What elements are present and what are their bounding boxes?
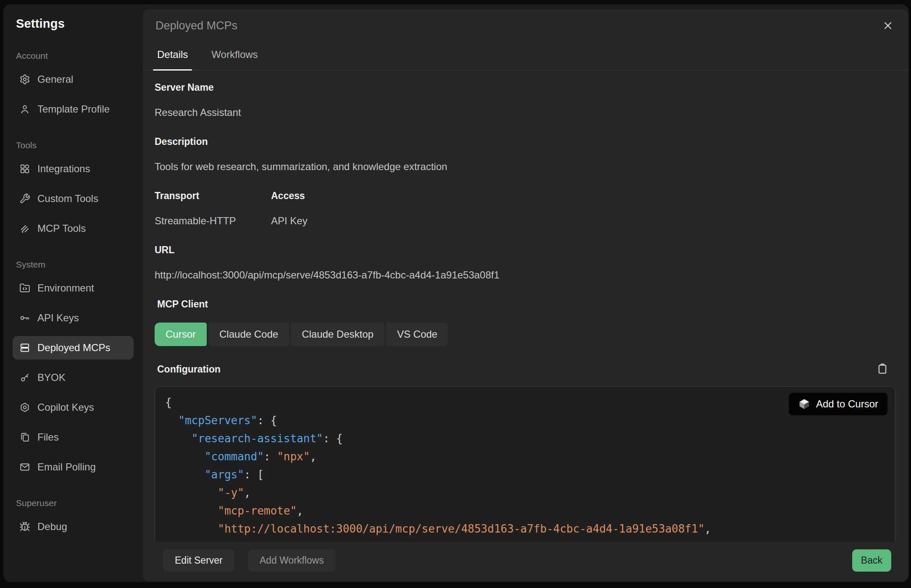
sidebar-item-label: Integrations [37,163,90,175]
close-button[interactable] [880,18,895,33]
sidebar-item-byok[interactable]: BYOK [13,366,134,389]
sidebar-item-environment[interactable]: Environment [13,276,134,300]
access-value: API Key [271,215,308,227]
sidebar-item-label: API Keys [37,312,79,324]
sidebar-item-template-profile[interactable]: Template Profile [13,97,134,121]
client-button-claude-desktop[interactable]: Claude Desktop [291,323,384,346]
sidebar-item-deployed-mcps[interactable]: Deployed MCPs [13,336,134,360]
section-label-tools: Tools [16,140,134,150]
bug-icon [19,521,30,532]
blocks-icon [19,163,30,174]
sidebar-item-label: Deployed MCPs [37,342,110,354]
configuration-header: Configuration [155,362,895,376]
screen-background: Settings Account General Template Profil… [0,0,911,588]
client-button-cursor[interactable]: Cursor [155,323,207,346]
gear-icon [19,74,30,85]
description-value: Tools for web research, summarization, a… [155,161,895,173]
footer-actions: Edit Server Add Workflows Back [143,542,908,581]
add-to-cursor-button[interactable]: Add to Cursor [789,393,887,415]
sidebar-item-label: BYOK [37,372,66,383]
section-label-system: System [16,260,134,270]
sidebar-item-label: Custom Tools [37,193,98,205]
sidebar-item-email-polling[interactable]: Email Polling [13,455,134,479]
add-workflows-button[interactable]: Add Workflows [248,549,336,572]
sidebar-item-label: Environment [37,282,94,294]
folder-code-icon [19,283,30,294]
sidebar-item-files[interactable]: Files [13,425,134,449]
settings-sidebar: Settings Account General Template Profil… [3,4,143,582]
sidebar-item-integrations[interactable]: Integrations [13,157,134,181]
server-icon [19,342,30,353]
sidebar-item-label: Debug [37,521,67,533]
wrench-icon [19,193,30,204]
mcp-client-switcher: Cursor Claude Code Claude Desktop VS Cod… [155,323,895,346]
key-icon [19,312,30,323]
user-icon [19,104,30,115]
mcp-client-label: MCP Client [157,299,895,310]
section-label-superuser: Superuser [16,498,134,508]
transport-value: Streamable-HTTP [155,215,271,227]
tab-details[interactable]: Details [155,46,190,70]
content-header: Deployed MCPs [143,9,908,36]
sidebar-item-general[interactable]: General [13,68,134,91]
server-name-label: Server Name [155,82,895,93]
content-panel: Deployed MCPs Details Workflows Server N… [143,9,908,581]
edit-server-button[interactable]: Edit Server [163,549,234,572]
sidebar-item-api-keys[interactable]: API Keys [13,306,134,330]
sidebar-item-label: General [37,74,73,85]
clipboard-icon [876,362,889,375]
tab-workflows[interactable]: Workflows [210,46,259,70]
sidebar-item-label: Copilot Keys [37,402,94,413]
transport-label: Transport [155,190,271,202]
mail-icon [19,462,30,472]
tabs: Details Workflows [143,46,908,70]
configuration-label: Configuration [157,364,221,375]
config-code: { "mcpServers": { "research-assistant": … [165,394,884,542]
url-value: http://localhost:3000/api/mcp/serve/4853… [155,269,895,281]
sidebar-item-label: Email Polling [37,461,96,473]
details-body: Server Name Research Assistant Descripti… [143,70,908,542]
files-icon [19,432,30,443]
sidebar-item-debug[interactable]: Debug [13,515,134,538]
back-button[interactable]: Back [852,549,891,572]
close-icon [882,20,894,32]
description-label: Description [155,136,895,147]
add-to-cursor-label: Add to Cursor [816,398,878,410]
sidebar-item-copilot-keys[interactable]: Copilot Keys [13,396,134,419]
configuration-code-block[interactable]: { "mcpServers": { "research-assistant": … [155,386,895,542]
client-button-vs-code[interactable]: VS Code [386,323,448,346]
sidebar-item-mcp-tools[interactable]: MCP Tools [13,217,134,240]
access-label: Access [271,190,308,202]
server-name-value: Research Assistant [155,107,895,118]
url-label: URL [155,244,895,256]
cursor-cube-icon [798,398,811,410]
mcp-icon [19,223,30,234]
sidebar-item-label: Template Profile [37,103,110,115]
key-diagonal-icon [19,372,30,383]
sidebar-item-custom-tools[interactable]: Custom Tools [13,187,134,210]
copy-config-button[interactable] [875,362,890,376]
transport-access-row: Transport Streamable-HTTP Access API Key [155,173,895,227]
section-label-account: Account [16,51,134,61]
settings-modal: Settings Account General Template Profil… [3,4,909,582]
page-title: Deployed MCPs [155,19,237,32]
client-button-claude-code[interactable]: Claude Code [208,323,289,346]
sidebar-item-label: Files [37,431,59,443]
sidebar-item-label: MCP Tools [37,223,86,234]
hexagon-nut-icon [19,402,30,413]
settings-title: Settings [16,17,134,31]
